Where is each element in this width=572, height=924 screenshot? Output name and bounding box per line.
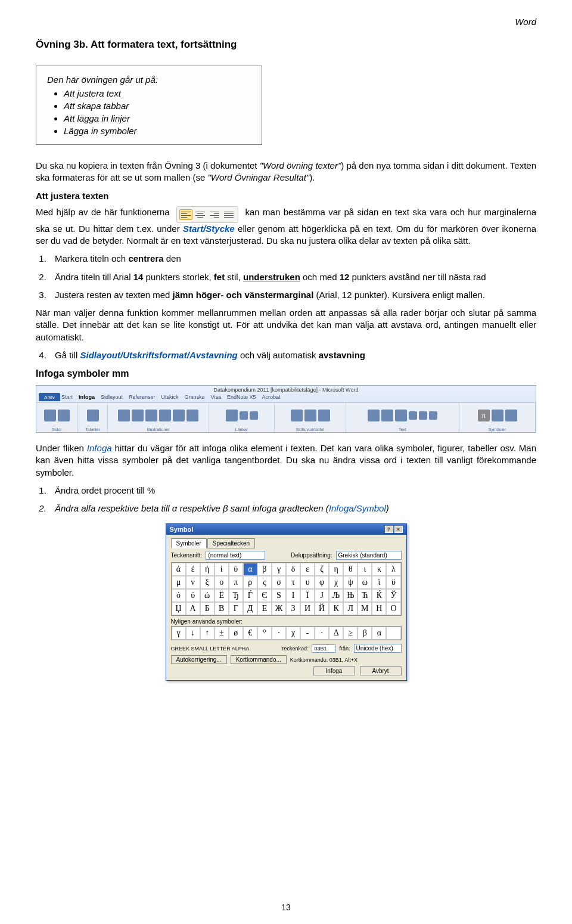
ribbon-icon[interactable] (173, 410, 185, 421)
char-cell[interactable]: α (243, 563, 257, 576)
char-cell[interactable]: π (229, 576, 243, 589)
char-cell[interactable]: М (358, 602, 372, 615)
equation-icon[interactable]: π (478, 410, 490, 421)
char-cell[interactable]: Е (257, 602, 272, 615)
recent-char-cell[interactable]: ≥ (343, 627, 358, 640)
char-cell[interactable]: υ (300, 576, 315, 589)
font-select[interactable]: (normal text) (206, 551, 265, 560)
ribbon-tab-infoga[interactable]: Infoga (79, 394, 95, 402)
char-cell[interactable]: Њ (343, 589, 358, 602)
subset-select[interactable]: Grekisk (standard) (336, 551, 402, 560)
char-cell[interactable]: О (386, 602, 400, 615)
char-cell[interactable]: А (186, 602, 200, 615)
recent-char-cell[interactable]: ↑ (200, 627, 214, 640)
char-cell[interactable]: Г (229, 602, 243, 615)
ribbon-icon[interactable] (395, 410, 407, 421)
ribbon-icon[interactable] (505, 410, 517, 421)
char-cell[interactable]: κ (372, 563, 386, 576)
ribbon-tab[interactable]: Utskick (161, 394, 179, 402)
char-cell[interactable]: Ђ (229, 589, 243, 602)
ribbon-tab[interactable]: Visa (211, 394, 221, 402)
char-cell[interactable]: ή (200, 563, 214, 576)
char-cell[interactable]: θ (343, 563, 358, 576)
recent-char-cell[interactable]: γ (172, 627, 186, 640)
char-cell[interactable]: Ё (214, 589, 229, 602)
char-cell[interactable]: ψ (343, 576, 358, 589)
insert-button[interactable]: Infoga (313, 666, 355, 675)
ribbon-icon[interactable] (58, 410, 70, 421)
char-cell[interactable]: λ (386, 563, 400, 576)
char-cell[interactable]: ρ (243, 576, 257, 589)
recent-grid[interactable]: γ↓↑±ø€°·χ-·Δ≥βα (171, 626, 402, 640)
char-cell[interactable]: Ѕ (272, 589, 286, 602)
ribbon-tab[interactable]: EndNote X5 (227, 394, 256, 402)
char-cell[interactable]: К (329, 602, 343, 615)
align-justify-icon[interactable] (222, 209, 235, 220)
char-cell[interactable]: ώ (200, 589, 214, 602)
char-cell[interactable]: ς (257, 576, 272, 589)
char-cell[interactable]: ϊ (372, 576, 386, 589)
char-cell[interactable]: ξ (200, 576, 214, 589)
recent-char-cell[interactable]: χ (286, 627, 300, 640)
char-cell[interactable]: ά (172, 563, 186, 576)
ribbon-icon[interactable] (409, 411, 417, 420)
ribbon-icon[interactable] (250, 411, 258, 420)
code-input[interactable]: 03B1 (312, 644, 335, 653)
ribbon-icon[interactable] (318, 410, 330, 421)
ribbon-tab[interactable]: Start (61, 394, 73, 402)
char-cell[interactable]: ι (358, 563, 372, 576)
ribbon-icon[interactable] (145, 410, 157, 421)
autocorrect-button[interactable]: Autokorrigering... (171, 655, 227, 664)
char-cell[interactable]: χ (329, 576, 343, 589)
recent-char-cell[interactable]: € (243, 627, 257, 640)
char-cell[interactable]: δ (286, 563, 300, 576)
recent-char-cell[interactable]: ° (257, 627, 272, 640)
char-cell[interactable]: Л (343, 602, 358, 615)
char-cell[interactable]: ω (358, 576, 372, 589)
ribbon-icon[interactable] (226, 410, 238, 421)
ribbon-icon[interactable] (240, 411, 248, 420)
recent-char-cell[interactable]: α (372, 627, 386, 640)
align-right-icon[interactable] (208, 209, 221, 220)
ribbon-icon[interactable] (118, 410, 130, 421)
ribbon-icon[interactable] (159, 410, 171, 421)
recent-char-cell[interactable]: · (272, 627, 286, 640)
ribbon-icon[interactable] (368, 410, 380, 421)
from-select[interactable]: Unicode (hex) (354, 644, 402, 653)
char-cell[interactable]: μ (172, 576, 186, 589)
char-cell[interactable]: Ћ (358, 589, 372, 602)
ribbon-icon[interactable] (419, 411, 427, 420)
char-cell[interactable]: З (286, 602, 300, 615)
char-cell[interactable]: β (257, 563, 272, 576)
char-cell[interactable]: И (300, 602, 315, 615)
ribbon-icon[interactable] (132, 410, 144, 421)
character-grid[interactable]: άέήίΰαβγδεζηθικλμνξοπρςστυφχψωϊϋόύώЁЂЃЄЅ… (171, 562, 402, 616)
align-left-icon[interactable] (179, 209, 192, 220)
char-cell[interactable]: φ (315, 576, 329, 589)
ribbon-icon[interactable] (429, 411, 437, 420)
align-center-icon[interactable] (194, 209, 207, 220)
ribbon-file-button[interactable]: Arkiv (39, 393, 60, 401)
char-cell[interactable]: І (286, 589, 300, 602)
char-cell[interactable]: Д (243, 602, 257, 615)
char-cell[interactable]: ΰ (229, 563, 243, 576)
char-cell[interactable]: Ј (315, 589, 329, 602)
char-cell[interactable]: Љ (329, 589, 343, 602)
char-cell[interactable]: γ (272, 563, 286, 576)
help-button[interactable]: ? (385, 526, 393, 533)
shortcut-button[interactable]: Kortkommando... (231, 655, 287, 664)
char-cell[interactable]: Ж (272, 602, 286, 615)
char-cell[interactable]: Й (315, 602, 329, 615)
char-cell[interactable]: Ў (386, 589, 400, 602)
char-cell[interactable]: Џ (172, 602, 186, 615)
char-cell[interactable]: Б (200, 602, 214, 615)
recent-char-cell[interactable]: ± (214, 627, 229, 640)
recent-char-cell[interactable] (386, 627, 400, 640)
char-cell[interactable]: ύ (186, 589, 200, 602)
char-cell[interactable]: ό (172, 589, 186, 602)
cancel-button[interactable]: Avbryt (360, 666, 402, 675)
char-cell[interactable]: Є (257, 589, 272, 602)
char-cell[interactable]: В (214, 602, 229, 615)
ribbon-icon[interactable] (44, 410, 56, 421)
ribbon-icon[interactable] (87, 410, 99, 421)
